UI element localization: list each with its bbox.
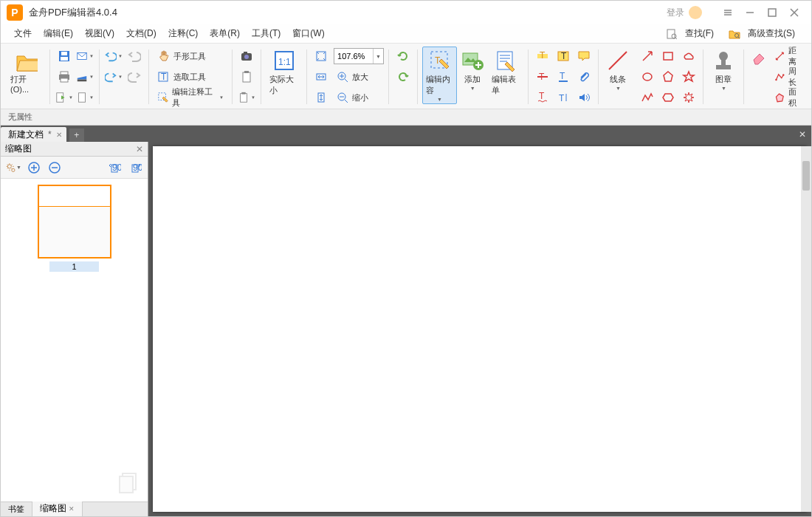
scan-button[interactable]: ▼ <box>75 67 94 86</box>
vertical-scrollbar[interactable] <box>801 146 811 512</box>
clipboard-dropdown[interactable]: ▼ <box>237 88 256 107</box>
actual-size-button[interactable]: 1:1 实际大小 <box>266 47 302 98</box>
stamp-button[interactable]: 图章 ▼ <box>708 47 739 93</box>
cloud-button[interactable] <box>679 47 698 66</box>
blank-page-button[interactable]: ▼ <box>75 88 94 107</box>
svg-rect-20 <box>243 72 250 82</box>
zoom-out-button[interactable]: 缩小 <box>332 88 372 107</box>
export-button[interactable]: ▼ <box>55 88 74 107</box>
rotate-right-button[interactable]: 90 <box>127 160 143 176</box>
burst-icon <box>682 91 695 104</box>
attachment-button[interactable] <box>574 67 593 86</box>
thumb-zoom-out-button[interactable] <box>47 160 63 176</box>
squiggly-button[interactable]: T <box>533 88 552 107</box>
tab-close-icon[interactable]: ✕ <box>56 131 62 139</box>
clipboard-button[interactable] <box>237 67 256 86</box>
strikeout-icon: T <box>536 70 549 83</box>
save-button[interactable] <box>55 47 74 66</box>
add-button[interactable]: 添加 ▼ <box>457 47 488 93</box>
burst-button[interactable] <box>679 88 698 107</box>
menu-edit[interactable]: 编辑(E) <box>38 25 79 42</box>
zoom-input[interactable] <box>334 49 373 64</box>
undo-button[interactable]: ▼ <box>104 47 123 66</box>
thumb-zoom-in-button[interactable] <box>26 160 42 176</box>
find-button[interactable]: 查找(F) <box>663 24 723 44</box>
page-thumbnail[interactable] <box>38 185 111 258</box>
select-tool-button[interactable]: T选取工具 <box>154 67 227 86</box>
menu-view[interactable]: 视图(V) <box>79 25 120 42</box>
advanced-find-button[interactable]: 高级查找(S) <box>726 24 804 44</box>
bookmark-tab[interactable]: 书签 <box>1 502 32 516</box>
fit-page-button[interactable] <box>312 47 331 66</box>
sound-button[interactable] <box>574 88 593 107</box>
edit-form-button[interactable]: 编辑表单 <box>488 47 523 98</box>
underline-button[interactable]: T <box>554 67 573 86</box>
star-button[interactable] <box>679 67 698 86</box>
property-bar: 无属性 <box>1 109 811 126</box>
open-button[interactable]: 打开(O)... <box>7 47 45 96</box>
pages-watermark-icon <box>117 470 142 496</box>
fit-height-button[interactable] <box>312 88 331 107</box>
panel-close-icon[interactable]: ✕ <box>136 144 143 154</box>
text-icon: T <box>557 91 570 104</box>
zoom-combo[interactable]: ▼ <box>334 48 384 64</box>
note-button[interactable] <box>574 47 593 66</box>
menu-file[interactable]: 文件 <box>8 25 38 42</box>
area-button[interactable]: 面积 <box>771 88 805 107</box>
strikeout-button[interactable]: T <box>533 67 552 86</box>
edit-comment-tool-button[interactable]: 编辑注释工具▼ <box>154 88 227 107</box>
text-tool-button[interactable]: T <box>554 88 573 107</box>
menu-tool[interactable]: 工具(T) <box>246 25 286 42</box>
new-tab-button[interactable]: + <box>69 129 84 142</box>
menu-window[interactable]: 窗口(W) <box>286 25 330 42</box>
edit-content-button[interactable]: T 编辑内容 ▼ <box>422 47 457 104</box>
maximize-button[interactable] <box>761 4 783 21</box>
thumbnail-tab[interactable]: 缩略图 ✕ <box>32 501 83 516</box>
svg-rect-47 <box>721 59 726 65</box>
svg-text:90: 90 <box>112 162 121 173</box>
pentagon-icon <box>661 70 675 83</box>
thumb-options-button[interactable]: ▼ <box>5 160 21 176</box>
rotate-left-icon: 90 <box>108 161 121 174</box>
rotate-left-button[interactable]: 90 <box>106 160 123 176</box>
ellipse-button[interactable] <box>638 67 657 86</box>
mail-button[interactable]: ▼ <box>75 47 94 66</box>
perimeter-button[interactable]: 周长 <box>771 67 805 86</box>
polyline-button[interactable] <box>638 88 657 107</box>
fit-width-button[interactable] <box>312 67 331 86</box>
tabbar-close-button[interactable]: ✕ <box>795 127 810 142</box>
zoom-in-button[interactable]: 放大 <box>332 67 372 86</box>
redo-button[interactable]: ▼ <box>104 67 123 86</box>
svg-text:T: T <box>561 51 567 61</box>
menu-document[interactable]: 文档(D) <box>120 25 162 42</box>
menu-comment[interactable]: 注释(C) <box>162 25 204 42</box>
document-canvas[interactable] <box>153 146 807 512</box>
close-button[interactable] <box>783 4 805 21</box>
polygon-button[interactable] <box>658 67 678 86</box>
login-link[interactable]: 登录 <box>667 7 684 19</box>
hand-tool-button[interactable]: 手形工具 <box>154 47 227 66</box>
paperclip-icon <box>577 70 591 83</box>
svg-rect-22 <box>241 94 247 103</box>
document-tab[interactable]: 新建文档 * ✕ <box>1 127 66 142</box>
rotate-ccw-button[interactable] <box>393 67 413 86</box>
eraser-button[interactable] <box>749 47 771 67</box>
rect-button[interactable] <box>658 47 678 66</box>
snapshot-button[interactable] <box>237 47 256 66</box>
line-tool-button[interactable]: 线条 ▼ <box>602 47 633 93</box>
text-box-button[interactable]: T <box>554 47 573 66</box>
menu-form[interactable]: 表单(R) <box>204 25 246 42</box>
hexagon-button[interactable] <box>658 88 678 107</box>
highlight-button[interactable]: T <box>533 47 552 66</box>
distance-button[interactable]: 距离 <box>771 47 805 66</box>
print-button[interactable] <box>55 67 74 86</box>
menu-icon[interactable] <box>717 4 739 21</box>
arrow-button[interactable] <box>638 47 657 66</box>
scanner-icon <box>76 70 88 83</box>
minimize-button[interactable] <box>739 4 761 21</box>
minus-circle-icon <box>48 161 61 174</box>
avatar[interactable] <box>689 6 702 19</box>
zoom-dropdown[interactable]: ▼ <box>373 49 383 64</box>
rotate-cw-button[interactable] <box>393 47 413 66</box>
svg-text:T: T <box>540 50 546 61</box>
